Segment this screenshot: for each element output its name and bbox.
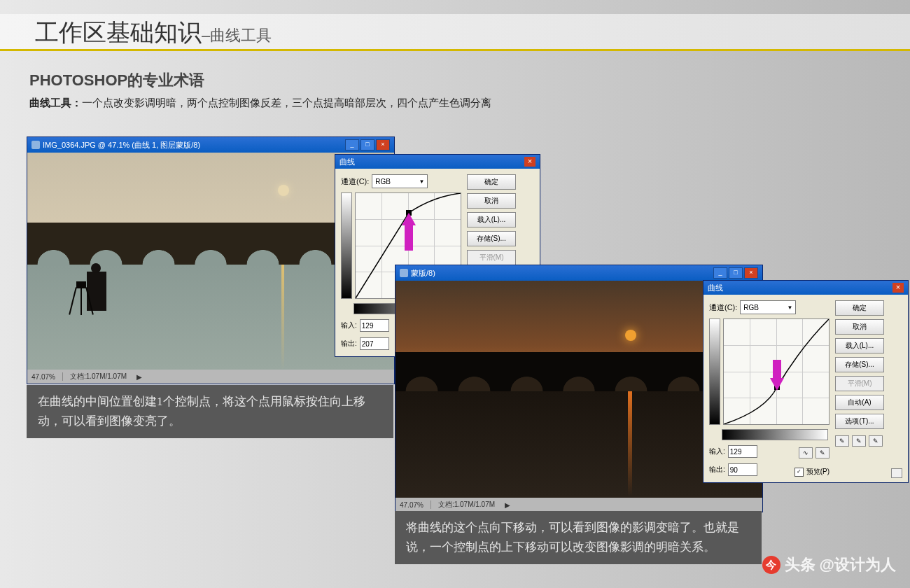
save-button[interactable]: 存储(S)... bbox=[467, 231, 516, 246]
cancel-button[interactable]: 取消 bbox=[467, 193, 516, 209]
auto-button[interactable]: 自动(A) bbox=[835, 395, 884, 410]
curves-dialog-2[interactable]: 曲线 × 通道(C): RGB ▼ bbox=[703, 280, 909, 483]
minimize-button[interactable]: _ bbox=[345, 139, 359, 150]
watermark-author: @设计为人 bbox=[820, 554, 896, 575]
options-button[interactable]: 选项(T)... bbox=[835, 414, 884, 429]
page-title: 工作区基础知识–曲线工具 bbox=[35, 17, 272, 49]
section-heading: PHOTOSHOP的专业术语 bbox=[29, 70, 204, 91]
up-arrow-icon bbox=[402, 213, 416, 225]
window-titlebar[interactable]: 蒙版/8) _ □ × bbox=[396, 265, 762, 281]
preview-checkbox[interactable]: ✓ bbox=[794, 468, 804, 477]
gray-eyedropper-icon[interactable]: ✎ bbox=[852, 435, 866, 447]
smooth-button[interactable]: 平滑(M) bbox=[835, 376, 884, 391]
close-button[interactable]: × bbox=[744, 267, 758, 279]
app-icon bbox=[400, 269, 408, 277]
window-controls: _ □ × bbox=[345, 139, 390, 150]
watermark-brand: 头条 bbox=[785, 554, 816, 575]
input-label: 输入: bbox=[341, 321, 357, 330]
dialog-title: 曲线 bbox=[708, 283, 723, 293]
save-button[interactable]: 存储(S)... bbox=[835, 357, 884, 372]
zoom-level[interactable]: 47.07% bbox=[400, 501, 424, 509]
caption-1: 在曲线的中间位置创建1个控制点，将这个点用鼠标按住向上移动，可以看到图像变亮了。 bbox=[27, 385, 393, 438]
ok-button[interactable]: 确定 bbox=[835, 300, 884, 316]
chevron-down-icon: ▼ bbox=[419, 178, 424, 185]
channel-select[interactable]: RGB ▼ bbox=[372, 174, 428, 188]
minimize-button[interactable]: _ bbox=[713, 267, 727, 279]
window-title: 蒙版/8) bbox=[411, 268, 435, 279]
channel-select[interactable]: RGB ▼ bbox=[740, 300, 796, 314]
app-icon bbox=[31, 141, 40, 149]
title-main: 工作区基础知识 bbox=[35, 19, 202, 46]
status-bar: 47.07% 文档:1.07M/1.07M ▶ bbox=[27, 370, 394, 384]
output-field[interactable] bbox=[728, 463, 757, 476]
down-arrow-icon bbox=[770, 378, 784, 391]
smooth-button[interactable]: 平滑(M) bbox=[467, 250, 516, 265]
dialog-title: 曲线 bbox=[340, 157, 355, 167]
sun-icon bbox=[625, 330, 636, 341]
vertical-gradient bbox=[709, 318, 720, 425]
chevron-down-icon: ▼ bbox=[787, 304, 792, 311]
window-title: IMG_0364.JPG @ 47.1% (曲线 1, 图层蒙版/8) bbox=[43, 140, 200, 150]
output-label: 输出: bbox=[709, 465, 725, 475]
zoom-level[interactable]: 47.07% bbox=[31, 373, 55, 381]
close-button[interactable]: × bbox=[376, 139, 390, 150]
curve-graph[interactable] bbox=[723, 318, 830, 425]
output-label: 输出: bbox=[341, 339, 357, 349]
close-icon[interactable]: × bbox=[892, 283, 904, 293]
sun-icon bbox=[278, 185, 289, 196]
horizontal-gradient bbox=[722, 429, 828, 440]
channel-label: 通道(C): bbox=[709, 302, 737, 313]
channel-label: 通道(C): bbox=[341, 176, 369, 187]
dialog-titlebar[interactable]: 曲线 × bbox=[704, 281, 908, 295]
watermark: 今 头条 @设计为人 bbox=[762, 554, 896, 575]
load-button[interactable]: 载入(L)... bbox=[467, 212, 516, 227]
channel-value: RGB bbox=[743, 304, 759, 312]
tool-description: 一个点改变影调明暗，两个点控制图像反差，三个点提高暗部层次，四个点产生色调分离 bbox=[82, 97, 491, 108]
tripod-silhouette bbox=[69, 287, 93, 315]
title-strip: 工作区基础知识–曲线工具 bbox=[0, 14, 910, 51]
section-paragraph: 曲线工具：一个点改变影调明暗，两个点控制图像反差，三个点提高暗部层次，四个点产生… bbox=[29, 97, 491, 110]
toutiao-logo-icon: 今 bbox=[762, 556, 780, 574]
ok-button[interactable]: 确定 bbox=[467, 174, 516, 190]
doc-size: 文档:1.07M/1.07M bbox=[438, 500, 495, 510]
input-field[interactable] bbox=[728, 445, 757, 458]
preview-label: 预览(P) bbox=[806, 467, 830, 477]
maximize-button[interactable]: □ bbox=[360, 139, 374, 150]
status-bar: 47.07% 文档:1.07M/1.07M ▶ bbox=[396, 498, 762, 512]
window-controls: _ □ × bbox=[713, 267, 758, 279]
input-label: 输入: bbox=[709, 447, 725, 456]
load-button[interactable]: 载入(L)... bbox=[835, 338, 884, 354]
tool-label: 曲线工具： bbox=[29, 97, 82, 108]
vertical-gradient bbox=[341, 192, 352, 299]
pencil-tool-icon[interactable]: ✎ bbox=[816, 447, 830, 458]
cancel-button[interactable]: 取消 bbox=[835, 319, 884, 335]
maximize-button[interactable]: □ bbox=[729, 267, 743, 279]
white-eyedropper-icon[interactable]: ✎ bbox=[869, 435, 883, 447]
doc-size: 文档:1.07M/1.07M bbox=[70, 372, 127, 382]
input-field[interactable] bbox=[360, 319, 389, 332]
close-icon[interactable]: × bbox=[524, 157, 536, 167]
caption-2: 将曲线的这个点向下移动，可以看到图像的影调变暗了。也就是说，一个控制点的上下移动… bbox=[395, 511, 762, 564]
window-titlebar[interactable]: IMG_0364.JPG @ 47.1% (曲线 1, 图层蒙版/8) _ □ … bbox=[27, 137, 394, 153]
channel-value: RGB bbox=[375, 178, 391, 186]
title-sub: –曲线工具 bbox=[202, 27, 272, 44]
curve-tool-icon[interactable]: ∿ bbox=[799, 447, 813, 458]
output-field[interactable] bbox=[360, 337, 389, 350]
dialog-titlebar[interactable]: 曲线 × bbox=[335, 155, 540, 169]
expand-icon[interactable] bbox=[891, 468, 902, 478]
black-eyedropper-icon[interactable]: ✎ bbox=[835, 435, 849, 447]
